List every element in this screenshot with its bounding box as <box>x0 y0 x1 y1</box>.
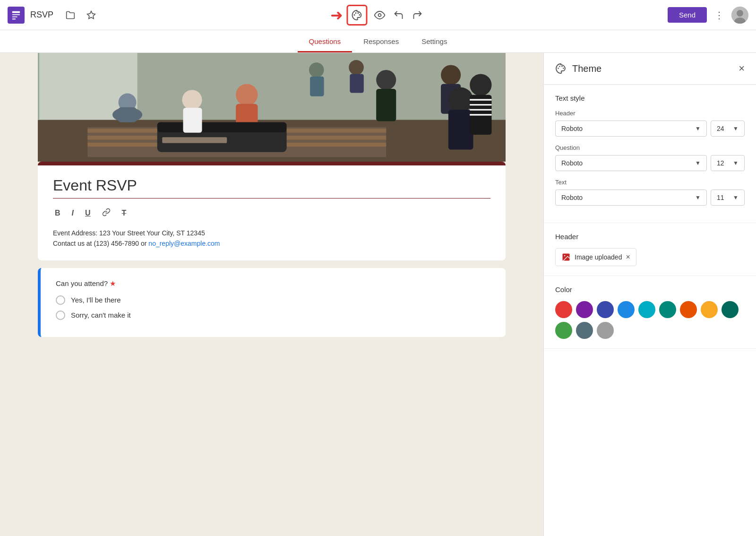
option-2[interactable]: Sorry, can't make it <box>56 311 490 320</box>
address-text: Event Address: 123 Your Street Your City… <box>53 229 205 237</box>
forms-icon <box>11 10 21 20</box>
more-options-button[interactable]: ⋮ <box>711 8 728 23</box>
svg-rect-39 <box>183 108 202 133</box>
color-swatch-purple[interactable] <box>576 301 593 318</box>
color-swatch-orange[interactable] <box>680 301 697 318</box>
svg-rect-32 <box>448 110 473 149</box>
svg-point-44 <box>470 74 491 95</box>
format-bar: B I U T <box>53 206 490 220</box>
svg-rect-24 <box>119 107 137 122</box>
redo-button[interactable] <box>409 7 426 24</box>
color-swatch-teal[interactable] <box>659 301 676 318</box>
header-font-select[interactable]: Roboto ▼ <box>555 121 707 137</box>
remove-image-button[interactable]: × <box>626 253 630 261</box>
question-font-row: Roboto ▼ 12 ▼ <box>555 155 745 171</box>
tab-questions[interactable]: Questions <box>298 32 352 52</box>
underline-button[interactable]: U <box>83 207 93 219</box>
image-icon <box>561 252 571 262</box>
color-swatch-indigo[interactable] <box>597 301 614 318</box>
svg-rect-36 <box>157 122 287 132</box>
svg-point-25 <box>236 84 258 106</box>
color-swatch-grey[interactable] <box>597 322 614 339</box>
color-swatch-cyan[interactable] <box>638 301 655 318</box>
color-swatch-blue-grey[interactable] <box>576 322 593 339</box>
required-star: ★ <box>110 279 116 287</box>
svg-point-40 <box>309 62 324 78</box>
question-size-value: 12 <box>717 159 724 167</box>
svg-point-7 <box>358 12 359 14</box>
text-font-label: Text <box>555 179 745 186</box>
svg-marker-4 <box>87 11 95 18</box>
svg-rect-43 <box>350 74 363 93</box>
clear-format-button[interactable]: T <box>120 207 129 219</box>
italic-button[interactable]: I <box>70 207 76 219</box>
radio-option-2[interactable] <box>56 311 65 320</box>
topbar: RSVP ➜ <box>0 0 756 30</box>
question-text-1: Can you attend? ★ <box>56 279 490 288</box>
text-size-select[interactable]: 11 ▼ <box>711 190 745 206</box>
color-swatch-red[interactable] <box>555 301 572 318</box>
arrow-indicator: ➜ <box>330 6 345 24</box>
folder-button[interactable] <box>63 8 78 23</box>
svg-rect-37 <box>162 137 227 143</box>
svg-rect-3 <box>12 18 16 19</box>
color-swatch-green-dark[interactable] <box>722 301 739 318</box>
option-1[interactable]: Yes, I'll be there <box>56 295 490 305</box>
text-font-row: Roboto ▼ 11 ▼ <box>555 190 745 206</box>
svg-rect-1 <box>12 14 20 15</box>
red-arrow: ➜ <box>330 6 343 24</box>
link-icon <box>102 208 111 216</box>
svg-point-52 <box>561 66 563 67</box>
tab-settings[interactable]: Settings <box>410 32 458 52</box>
question-label: Can you attend? <box>56 279 108 287</box>
radio-option-1[interactable] <box>56 295 65 305</box>
link-button[interactable] <box>100 206 112 220</box>
form-content-area: Event RSVP B I U T Event Address: 123 Yo… <box>0 53 543 536</box>
color-swatch-yellow[interactable] <box>701 301 718 318</box>
svg-point-9 <box>378 14 381 17</box>
panel-close-button[interactable]: × <box>739 62 745 75</box>
question-card-1: Can you attend? ★ Yes, I'll be there Sor… <box>38 268 506 337</box>
main-content: Event RSVP B I U T Event Address: 123 Yo… <box>0 53 756 536</box>
text-size-value: 11 <box>717 194 724 201</box>
header-font-row: Roboto ▼ 24 ▼ <box>555 121 745 137</box>
svg-point-6 <box>355 12 357 14</box>
preview-button[interactable] <box>371 7 388 24</box>
text-font-value: Roboto <box>561 194 583 201</box>
text-style-title: Text style <box>555 94 745 102</box>
text-style-section: Text style Header Roboto ▼ 24 ▼ Question… <box>544 85 756 223</box>
topbar-center: ➜ <box>330 5 426 26</box>
question-font-select[interactable]: Roboto ▼ <box>555 155 707 171</box>
star-button[interactable] <box>84 8 99 23</box>
app-icon <box>8 7 25 24</box>
header-font-value: Roboto <box>561 125 583 132</box>
send-button[interactable]: Send <box>668 7 707 23</box>
question-size-select[interactable]: 12 ▼ <box>711 155 745 171</box>
header-size-select[interactable]: 24 ▼ <box>711 121 745 137</box>
undo-button[interactable] <box>390 7 407 24</box>
form-address: Event Address: 123 Your Street Your City… <box>53 228 490 249</box>
tab-responses[interactable]: Responses <box>352 32 410 52</box>
doc-title: RSVP <box>30 10 53 20</box>
svg-rect-28 <box>376 89 396 121</box>
text-font-select[interactable]: Roboto ▼ <box>555 190 707 206</box>
svg-point-31 <box>448 87 473 112</box>
color-swatch-green[interactable] <box>555 322 572 339</box>
color-swatch-blue[interactable] <box>618 301 635 318</box>
svg-point-42 <box>349 60 364 75</box>
topbar-right: Send ⋮ <box>668 7 748 24</box>
form-title[interactable]: Event RSVP <box>53 177 490 194</box>
svg-point-53 <box>563 68 564 69</box>
question-size-arrow: ▼ <box>733 160 739 166</box>
tabs-bar: Questions Responses Settings <box>0 30 756 53</box>
bold-button[interactable]: B <box>53 207 62 219</box>
svg-rect-41 <box>310 77 324 96</box>
theme-panel: Theme × Text style Header Roboto ▼ 24 ▼ … <box>543 53 756 536</box>
theme-palette-button[interactable] <box>350 8 365 23</box>
panel-header: Theme × <box>544 53 756 85</box>
color-swatches-grid <box>555 301 745 339</box>
contact-text: Contact us at (123) 456-7890 or <box>53 240 148 247</box>
panel-palette-icon <box>555 63 567 74</box>
image-status-text: Image uploaded <box>575 253 622 261</box>
contact-email-link[interactable]: no_reply@example.com <box>148 240 220 247</box>
